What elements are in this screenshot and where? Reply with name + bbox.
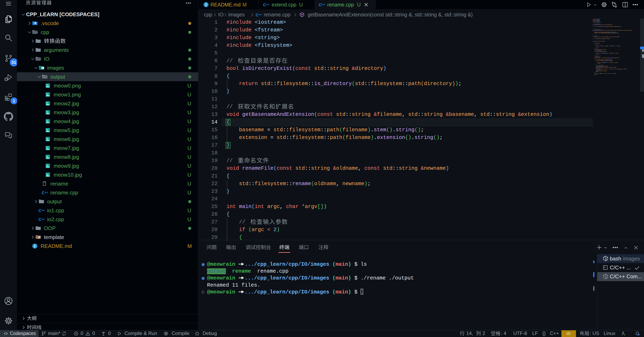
svg-text:C: C <box>42 191 45 195</box>
svg-text:$: $ <box>606 258 607 261</box>
svg-text:C: C <box>38 208 42 213</box>
svg-text:C: C <box>38 217 42 222</box>
svg-text:++: ++ <box>266 3 270 6</box>
svg-text:C: C <box>319 3 322 7</box>
svg-text:++: ++ <box>322 3 325 6</box>
svg-text:++: ++ <box>44 191 48 194</box>
svg-text:++: ++ <box>258 13 262 16</box>
svg-text:C: C <box>263 3 266 7</box>
svg-text:++: ++ <box>41 217 45 221</box>
svg-text:C: C <box>256 13 259 17</box>
svg-text:++: ++ <box>41 209 45 212</box>
svg-text:$: $ <box>606 276 607 279</box>
